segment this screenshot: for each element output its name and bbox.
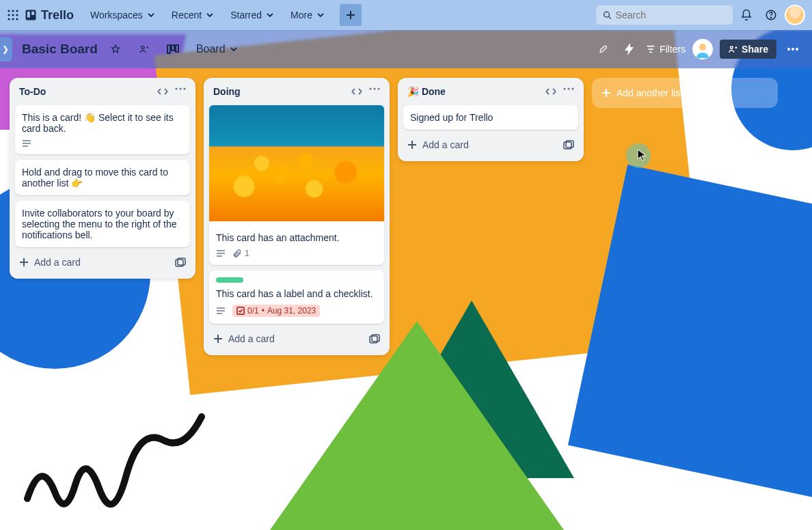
description-icon bbox=[22, 139, 31, 148]
visibility-icon[interactable] bbox=[133, 38, 155, 60]
card-label-green[interactable] bbox=[216, 277, 243, 283]
member-avatar[interactable] bbox=[692, 39, 713, 59]
search-input[interactable] bbox=[616, 10, 726, 20]
list-doing[interactable]: Doing This card has an attachment. 1 Thi… bbox=[204, 78, 390, 355]
checklist-due-badge: 0/1 • Aug 31, 2023 bbox=[232, 305, 320, 317]
list-title[interactable]: To-Do bbox=[19, 86, 46, 97]
search-box[interactable] bbox=[596, 5, 733, 25]
create-button[interactable] bbox=[340, 4, 362, 26]
svg-point-25 bbox=[175, 87, 177, 89]
card-cover-image bbox=[209, 105, 384, 221]
list-header: To-Do bbox=[15, 85, 190, 100]
board-canvas[interactable]: To-Do This is a card! 👋 Select it to see… bbox=[0, 68, 812, 530]
card[interactable]: This card has a label and a checklist. 0… bbox=[209, 270, 384, 324]
svg-point-4 bbox=[12, 14, 14, 16]
nav-starred[interactable]: Starred bbox=[224, 5, 281, 25]
filters-button[interactable]: Filters bbox=[646, 44, 686, 55]
description-icon bbox=[216, 249, 226, 257]
star-board-icon[interactable] bbox=[105, 38, 126, 60]
svg-point-1 bbox=[12, 10, 14, 12]
svg-point-6 bbox=[8, 18, 10, 20]
logo-text: Trello bbox=[41, 8, 74, 23]
card-template-icon[interactable] bbox=[563, 140, 574, 150]
cursor-pointer-icon bbox=[637, 149, 647, 161]
add-card-button[interactable]: Add a card bbox=[403, 135, 578, 154]
svg-point-26 bbox=[179, 87, 181, 89]
card-text: This is a card! 👋 Select it to see its c… bbox=[22, 112, 183, 134]
sidebar-expand-button[interactable]: ❯ bbox=[0, 37, 12, 61]
card-text: Invite collaborators to your board by se… bbox=[22, 208, 183, 240]
svg-point-31 bbox=[373, 87, 375, 89]
collapse-list-icon[interactable] bbox=[157, 87, 168, 96]
nav-more[interactable]: More bbox=[284, 5, 331, 25]
svg-point-22 bbox=[787, 48, 790, 51]
card[interactable]: This card has an attachment. 1 bbox=[209, 105, 384, 265]
svg-point-38 bbox=[571, 87, 573, 89]
svg-point-27 bbox=[183, 87, 185, 89]
svg-rect-10 bbox=[27, 12, 30, 18]
automation-icon[interactable] bbox=[620, 43, 639, 55]
svg-point-8 bbox=[16, 18, 18, 20]
list-menu-icon[interactable] bbox=[369, 87, 380, 96]
list-header: 🎉 Done bbox=[403, 85, 578, 100]
svg-point-24 bbox=[796, 48, 798, 51]
svg-point-37 bbox=[567, 87, 569, 89]
svg-point-2 bbox=[16, 10, 18, 12]
notifications-icon[interactable] bbox=[735, 4, 757, 26]
card-template-icon[interactable] bbox=[175, 257, 186, 267]
card-text: This card has a label and a checklist. bbox=[216, 288, 377, 299]
card[interactable]: Signed up for Trello bbox=[403, 105, 578, 130]
svg-point-20 bbox=[699, 44, 706, 51]
list-title[interactable]: Doing bbox=[213, 86, 241, 97]
list-menu-icon[interactable] bbox=[563, 87, 574, 96]
svg-point-3 bbox=[8, 14, 10, 16]
list-menu-icon[interactable] bbox=[175, 87, 186, 96]
apps-switcher-icon[interactable] bbox=[7, 9, 19, 21]
description-icon bbox=[216, 307, 226, 315]
view-switcher[interactable]: Board bbox=[191, 40, 243, 58]
board-views-icon[interactable] bbox=[162, 38, 184, 60]
svg-point-32 bbox=[377, 87, 379, 89]
list-title[interactable]: 🎉 Done bbox=[407, 86, 446, 97]
svg-point-21 bbox=[731, 46, 733, 49]
trello-logo[interactable]: Trello bbox=[25, 8, 74, 23]
add-card-button[interactable]: Add a card bbox=[209, 329, 384, 348]
card[interactable]: Invite collaborators to your board by se… bbox=[15, 201, 190, 247]
card[interactable]: Hold and drag to move this card to anoth… bbox=[15, 160, 190, 195]
card-template-icon[interactable] bbox=[369, 334, 380, 344]
collapse-list-icon[interactable] bbox=[545, 87, 556, 96]
svg-rect-11 bbox=[31, 12, 34, 15]
card-text: Signed up for Trello bbox=[410, 112, 571, 123]
svg-point-30 bbox=[369, 87, 371, 89]
card-text: Hold and drag to move this card to anoth… bbox=[22, 167, 183, 189]
account-avatar[interactable] bbox=[785, 5, 805, 25]
attachment-badge: 1 bbox=[232, 249, 249, 258]
svg-rect-16 bbox=[167, 45, 170, 53]
nav-workspaces[interactable]: Workspaces bbox=[83, 5, 162, 25]
list-header: Doing bbox=[209, 85, 384, 100]
add-card-button[interactable]: Add a card bbox=[15, 253, 190, 272]
board-header: ❯ Basic Board Board Filters Share bbox=[0, 30, 812, 68]
svg-point-7 bbox=[12, 18, 14, 20]
card[interactable]: This is a card! 👋 Select it to see its c… bbox=[15, 105, 190, 154]
svg-point-12 bbox=[604, 12, 610, 17]
nav-recent[interactable]: Recent bbox=[165, 5, 221, 25]
svg-rect-18 bbox=[176, 45, 178, 52]
search-icon bbox=[603, 10, 612, 20]
list-todo[interactable]: To-Do This is a card! 👋 Select it to see… bbox=[10, 78, 195, 279]
share-button[interactable]: Share bbox=[720, 40, 776, 59]
list-done[interactable]: 🎉 Done Signed up for Trello Add a card bbox=[398, 78, 584, 161]
board-title[interactable]: Basic Board bbox=[22, 42, 98, 57]
svg-point-0 bbox=[8, 10, 10, 12]
card-text: This card has an attachment. bbox=[216, 232, 377, 243]
add-list-button[interactable]: Add another list bbox=[592, 78, 778, 108]
svg-point-23 bbox=[791, 48, 794, 51]
powerups-icon[interactable] bbox=[594, 44, 613, 55]
collapse-list-icon[interactable] bbox=[351, 87, 362, 96]
board-menu-icon[interactable] bbox=[783, 47, 802, 51]
help-icon[interactable] bbox=[760, 4, 782, 26]
svg-point-15 bbox=[141, 46, 144, 48]
svg-rect-17 bbox=[172, 45, 174, 51]
global-header: Trello Workspaces Recent Starred More bbox=[0, 0, 812, 30]
svg-point-14 bbox=[770, 17, 771, 18]
